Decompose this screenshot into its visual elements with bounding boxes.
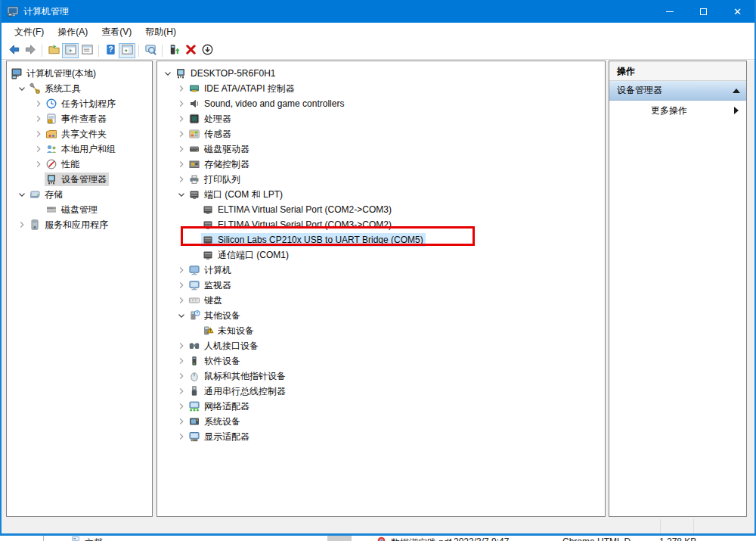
- tree-node-content[interactable]: DESKTOP-5R6F0H1: [174, 67, 277, 80]
- chevron-expanded-icon[interactable]: [16, 82, 28, 95]
- tree-node-content[interactable]: 计算机管理(本地): [10, 67, 98, 80]
- tree-node[interactable]: 本地用户和组: [7, 141, 152, 157]
- tree-node[interactable]: 系统设备: [157, 414, 605, 429]
- back-arrow-button[interactable]: [5, 43, 22, 58]
- selected-tree-node-content[interactable]: 设备管理器: [45, 173, 109, 186]
- tree-node[interactable]: 共享文件夹: [7, 126, 152, 141]
- help-button[interactable]: ?: [102, 43, 119, 58]
- tree-node-content[interactable]: !事件查看器: [45, 112, 109, 126]
- tree-node-content[interactable]: 系统工具: [28, 82, 83, 95]
- tree-node[interactable]: 任务计划程序: [7, 96, 152, 111]
- chevron-collapsed-icon[interactable]: [16, 219, 28, 231]
- tree-node[interactable]: 鼠标和其他指针设备: [157, 368, 605, 384]
- tree-node-content[interactable]: Sound, video and game controllers: [187, 97, 346, 110]
- tree-node-content[interactable]: 系统设备: [187, 415, 243, 428]
- scan-hardware-button[interactable]: [142, 43, 159, 58]
- tree-node[interactable]: 系统工具: [7, 81, 152, 96]
- tree-node-content[interactable]: 性能: [45, 157, 82, 171]
- tree-node-content[interactable]: ELTIMA Virtual Serial Port (COM3->COM2): [201, 218, 394, 232]
- chevron-expanded-icon[interactable]: [162, 67, 174, 79]
- menu-action[interactable]: 操作(A): [51, 23, 94, 41]
- properties-window-button[interactable]: [79, 43, 95, 58]
- background-sidebar-item[interactable]: 文档: [85, 536, 103, 541]
- tree-node-content[interactable]: 共享文件夹: [45, 127, 109, 141]
- chevron-collapsed-icon[interactable]: [175, 370, 187, 382]
- tree-node[interactable]: 存储: [7, 187, 152, 202]
- menu-help[interactable]: 帮助(H): [138, 23, 183, 41]
- chevron-collapsed-icon[interactable]: [33, 158, 45, 170]
- tree-node-content[interactable]: IDE ATA/ATAPI 控制器: [187, 82, 297, 95]
- more-actions-item[interactable]: 更多操作: [609, 101, 746, 120]
- chevron-collapsed-icon[interactable]: [33, 143, 45, 155]
- selected-tree-node-content[interactable]: Silicon Labs CP210x USB to UART Bridge (…: [201, 233, 426, 247]
- tree-node-content[interactable]: 端口 (COM 和 LPT): [187, 188, 285, 201]
- tree-node[interactable]: 性能: [7, 157, 152, 172]
- menu-view[interactable]: 查看(V): [94, 23, 138, 41]
- tree-node-content[interactable]: 存储控制器: [187, 157, 252, 171]
- tree-node-content[interactable]: ?其他设备: [187, 309, 243, 322]
- tree-node[interactable]: 处理器: [157, 111, 605, 126]
- tree-node[interactable]: 端口 (COM 和 LPT): [157, 187, 605, 202]
- tree-node-content[interactable]: 任务计划程序: [45, 97, 118, 110]
- export-folder-button[interactable]: [45, 43, 62, 58]
- chevron-collapsed-icon[interactable]: [175, 294, 187, 306]
- chevron-collapsed-icon[interactable]: [175, 385, 187, 397]
- chevron-expanded-icon[interactable]: [175, 309, 187, 322]
- tree-node[interactable]: 存储控制器: [157, 157, 605, 172]
- tree-node-content[interactable]: 本地用户和组: [45, 142, 118, 156]
- tree-node[interactable]: 软件设备: [157, 353, 605, 368]
- tree-node-content[interactable]: 服务和应用程序: [28, 218, 110, 232]
- uninstall-device-button[interactable]: [182, 43, 199, 58]
- minimize-button[interactable]: [652, 0, 686, 23]
- chevron-collapsed-icon[interactable]: [175, 279, 187, 291]
- tree-node[interactable]: 通信端口 (COM1): [157, 247, 605, 263]
- tree-node[interactable]: 设备管理器: [7, 172, 152, 187]
- toggle-action-pane-button[interactable]: [119, 43, 135, 58]
- tree-node[interactable]: 服务和应用程序: [7, 217, 152, 232]
- maximize-button[interactable]: [686, 0, 720, 23]
- chevron-collapsed-icon[interactable]: [175, 82, 187, 95]
- tree-node[interactable]: ELTIMA Virtual Serial Port (COM2->COM3): [157, 202, 605, 217]
- tree-node[interactable]: 传感器: [157, 126, 605, 141]
- tree-node-content[interactable]: 监视器: [187, 278, 234, 292]
- chevron-collapsed-icon[interactable]: [33, 98, 45, 110]
- tree-node[interactable]: IDE ATA/ATAPI 控制器: [157, 81, 605, 96]
- chevron-expanded-icon[interactable]: [16, 188, 28, 201]
- chevron-collapsed-icon[interactable]: [175, 355, 187, 367]
- tree-node[interactable]: !事件查看器: [7, 111, 152, 126]
- tree-node[interactable]: 磁盘管理: [7, 202, 152, 217]
- chevron-collapsed-icon[interactable]: [175, 340, 187, 352]
- tree-node[interactable]: 监视器: [157, 278, 605, 293]
- tree-node[interactable]: 磁盘驱动器: [157, 141, 605, 157]
- close-button[interactable]: ✕: [720, 0, 754, 23]
- chevron-collapsed-icon[interactable]: [175, 431, 187, 443]
- tree-node-content[interactable]: 计算机: [187, 263, 234, 277]
- actions-section-header[interactable]: 设备管理器: [609, 81, 746, 101]
- chevron-collapsed-icon[interactable]: [175, 264, 187, 276]
- tree-node-content[interactable]: 存储: [28, 188, 65, 201]
- tree-node[interactable]: ELTIMA Virtual Serial Port (COM3->COM2): [157, 217, 605, 232]
- tree-node-content[interactable]: 磁盘驱动器: [187, 142, 252, 156]
- tree-node[interactable]: 显示适配器: [157, 429, 605, 444]
- tree-node-content[interactable]: 处理器: [187, 112, 234, 126]
- menu-file[interactable]: 文件(F): [8, 23, 51, 41]
- chevron-expanded-icon[interactable]: [175, 188, 187, 201]
- disable-device-button[interactable]: [199, 43, 215, 58]
- chevron-collapsed-icon[interactable]: [175, 173, 187, 185]
- forward-arrow-button[interactable]: [22, 43, 39, 58]
- chevron-collapsed-icon[interactable]: [175, 98, 187, 110]
- tree-node[interactable]: !未知设备: [157, 323, 605, 338]
- tree-node-content[interactable]: 鼠标和其他指针设备: [187, 369, 288, 383]
- tree-node-content[interactable]: 打印队列: [187, 173, 243, 186]
- tree-node-content[interactable]: 软件设备: [187, 354, 243, 368]
- tree-node-content[interactable]: 传感器: [187, 127, 234, 141]
- chevron-collapsed-icon[interactable]: [175, 158, 187, 170]
- tree-node-content[interactable]: ELTIMA Virtual Serial Port (COM2->COM3): [201, 203, 394, 216]
- chevron-collapsed-icon[interactable]: [175, 415, 187, 428]
- chevron-collapsed-icon[interactable]: [175, 113, 187, 125]
- tree-node[interactable]: 通用串行总线控制器: [157, 384, 605, 399]
- chevron-collapsed-icon[interactable]: [175, 400, 187, 412]
- tree-node-content[interactable]: 键盘: [187, 294, 225, 307]
- tree-node[interactable]: ?其他设备: [157, 308, 605, 323]
- update-driver-button[interactable]: [166, 43, 182, 58]
